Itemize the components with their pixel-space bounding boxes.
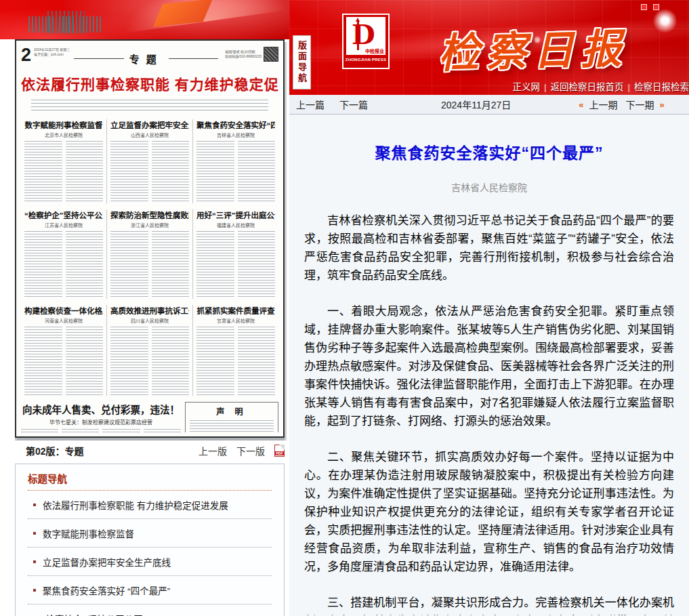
issue-navigation: « 上一期 下一期 » <box>579 98 664 111</box>
paper-article-cell: 高质效推进刑事抗诉工作 四川省人民检察院 <box>106 305 192 396</box>
title-nav-item-2[interactable]: 数字赋能刑事检察监督 <box>28 519 272 548</box>
paper-article-cell: 构建检察侦查一体化格局 河南省人民检察院 <box>21 305 106 396</box>
paper-bottom-row: 向未成年人售卖、兑付彩票，违法！ 毕节七星关：制发检察建议规范彩票店经营 声 明 <box>21 402 278 432</box>
paper-section-title: 专题 <box>129 52 163 66</box>
paper-article-cell: 立足监督办案把牢安全生产底线 山西省人民检察院 <box>106 119 192 203</box>
title-nav-item-5[interactable]: “检察护企” 坚持公平公正 <box>28 604 272 616</box>
title-nav-item-4[interactable]: 聚焦食药安全落实好 “四个最严” <box>28 576 272 604</box>
paper-notice-box: 声 明 <box>185 402 278 432</box>
pen-icon <box>357 20 359 50</box>
press-logo-glyph: D 中检报业 <box>346 17 385 55</box>
paper-stamp-icon <box>264 47 278 62</box>
prev-issue-link[interactable]: 上一期 <box>589 98 617 111</box>
article-content-area: 聚焦食药安全落实好“四个最严” 吉林省人民检察院 吉林省检察机关深入贯彻习近平总… <box>289 115 689 615</box>
page-navigation-row: 第02版：专题 上一版 下一版 <box>15 443 285 458</box>
paper-bottom-article: 向未成年人售卖、兑付彩票，违法！ 毕节七星关：制发检察建议规范彩票店经营 <box>21 402 181 432</box>
newspaper-page-thumbnail[interactable]: 2 2024年11月27日 星期三 电子信箱：jcrb.com 专题 编辑/版式… <box>15 39 285 438</box>
bullet-icon <box>33 589 36 592</box>
decorative-banner <box>0 0 289 39</box>
article-paragraph: 一、着眼大局观念，依法从严惩治危害食药安全犯罪。紧盯重点领域，挂牌督办重大影响案… <box>304 302 674 430</box>
title-nav-item-1[interactable]: 依法履行刑事检察职能 有力维护稳定促进发展 <box>28 491 272 519</box>
paper-date-info: 2024年11月27日 星期三 电子信箱：jcrb.com <box>34 47 70 57</box>
paper-article-cell: 数字赋能刑事检察监督 北京市人民检察院 <box>21 119 106 203</box>
paper-head-right: 编辑/版式 校对/印刷 新闻热线/010-86863215 <box>222 47 278 62</box>
layout-navigation-tab[interactable]: 版面导航 <box>293 35 311 89</box>
next-issue-arrow-icon: » <box>659 100 664 110</box>
paper-page-number: 2 <box>21 45 31 65</box>
right-column: 版面导航 D 中检报业 ZHONGJIAN PRESS 检察日报 正义网|返回检… <box>289 0 689 616</box>
prev-article-link[interactable]: 上一篇 <box>296 98 325 111</box>
paper-search-link[interactable]: 检察日报检索 <box>634 82 689 92</box>
paper-article-row-2: “检察护企”坚持公平公正 江苏省人民检察院 探索防治新型隐性腐败路径 浙江省人民… <box>21 209 278 299</box>
site-header: 版面导航 D 中检报业 ZHONGJIAN PRESS 检察日报 正义网|返回检… <box>289 0 689 95</box>
paper-section-rule: 专题 <box>74 52 218 66</box>
banner-skyline-graphic-2 <box>47 11 85 34</box>
paper-article-cell: “检察护企”坚持公平公正 江苏省人民检察院 <box>21 209 106 299</box>
paper-article-row-3: 构建检察侦查一体化格局 河南省人民检察院 高质效推进刑事抗诉工作 四川省人民检察… <box>21 305 278 396</box>
paper-article-row-1: 数字赋能刑事检察监督 北京市人民检察院 立足监督办案把牢安全生产底线 山西省人民… <box>21 119 278 203</box>
bullet-icon <box>33 532 36 535</box>
bullet-icon <box>33 560 36 563</box>
article-author: 吉林省人民检察院 <box>289 180 689 194</box>
masthead-title: 检察日报 <box>397 14 669 80</box>
title-navigation-box: 标题导航 依法履行刑事检察职能 有力维护稳定促进发展 数字赋能刑事检察监督 立足… <box>15 464 285 616</box>
header-deco-icon <box>641 4 647 10</box>
bullet-icon <box>33 504 36 506</box>
title-nav-item-3[interactable]: 立足监督办案把牢安全生产底线 <box>28 548 272 576</box>
article-paragraph: 三、搭建机制平台，凝聚共识形成合力。完善检察机关一体化办案机制。在办理杨某宇生产… <box>304 594 674 615</box>
current-page-label: 第02版：专题 <box>26 444 84 457</box>
justice-net-link[interactable]: 正义网 <box>512 82 540 92</box>
paper-article-cell: 探索防治新型隐性腐败路径 浙江省人民检察院 <box>106 209 192 299</box>
paper-article-cell: 聚焦食药安全落实好“四个最严” 吉林省人民检察院 <box>192 119 278 203</box>
left-column: 2 2024年11月27日 星期三 电子信箱：jcrb.com 专题 编辑/版式… <box>0 0 289 616</box>
zhongjian-press-logo[interactable]: D 中检报业 ZHONGJIAN PRESS <box>342 14 390 69</box>
article-title: 聚焦食药安全落实好“四个最严” <box>289 140 689 163</box>
title-navigation-header: 标题导航 <box>28 471 272 491</box>
back-to-home-link[interactable]: 返回检察日报首页 <box>550 82 623 92</box>
paper-headline: 依法履行刑事检察职能 有力维护稳定促进发展 <box>21 73 278 94</box>
article-paragraph: 二、聚焦关键环节，抓实高质效办好每一个案件。坚持以证据为中心。在办理某伪造注射用… <box>304 448 674 576</box>
article-body: 吉林省检察机关深入贯彻习近平总书记关于食品药品“四个最严”的要求，按照最高检和吉… <box>304 211 674 615</box>
paper-masthead-row: 2 2024年11月27日 星期三 电子信箱：jcrb.com 专题 编辑/版式… <box>21 45 278 68</box>
paper-article-cell: 抓紧抓实案件质量评查 甘肃省人民检察院 <box>192 305 278 396</box>
prev-page-link[interactable]: 上一版 <box>199 444 227 457</box>
header-links: 正义网|返回检察日报首页|检察日报检索 <box>512 79 689 93</box>
issue-date: 2024年11月27日 <box>441 98 511 111</box>
newspaper-page-inner: 2 2024年11月27日 星期三 电子信箱：jcrb.com 专题 编辑/版式… <box>21 45 278 432</box>
next-article-link[interactable]: 下一篇 <box>339 98 368 111</box>
pdf-icon[interactable] <box>274 445 285 457</box>
page: 2 2024年11月27日 星期三 电子信箱：jcrb.com 专题 编辑/版式… <box>0 0 689 616</box>
next-issue-link[interactable]: 下一期 <box>625 98 654 111</box>
article-paragraph: 吉林省检察机关深入贯彻习近平总书记关于食品药品“四个最严”的要求，按照最高检和吉… <box>304 211 674 285</box>
banner-orange-shape <box>153 0 213 27</box>
prev-issue-arrow-icon: « <box>579 100 583 110</box>
next-page-link[interactable]: 下一版 <box>236 444 265 457</box>
paper-editor-note-lines <box>31 100 268 113</box>
article-toolbar: 上一篇 下一篇 2024年11月27日 « 上一期 下一期 » <box>289 95 689 115</box>
header-deco-icon <box>653 4 659 10</box>
paper-article-cell: 用好“三评”提升出庭公诉能力 福建省人民检察院 <box>192 209 278 299</box>
